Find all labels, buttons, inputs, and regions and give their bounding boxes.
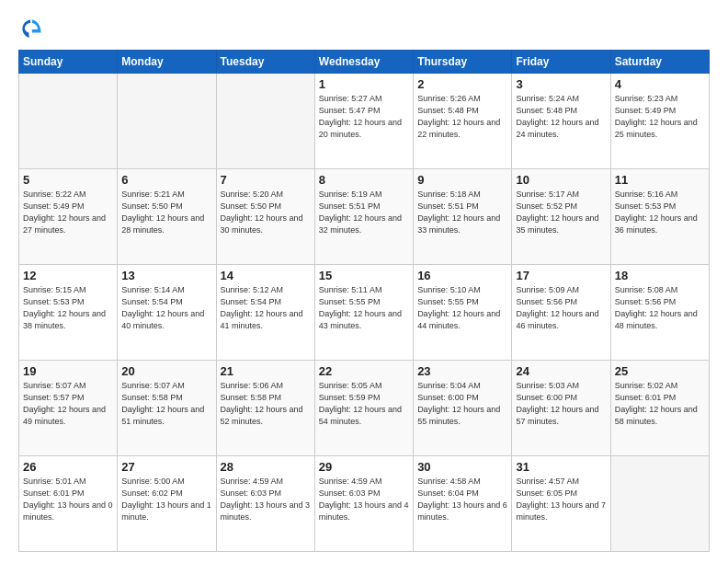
- calendar-cell: 19Sunrise: 5:07 AM Sunset: 5:57 PM Dayli…: [19, 361, 118, 456]
- day-number: 26: [23, 460, 113, 474]
- logo-icon: [18, 17, 44, 42]
- day-info: Sunrise: 5:20 AM Sunset: 5:50 PM Dayligh…: [221, 189, 311, 236]
- day-number: 15: [319, 269, 409, 282]
- day-info: Sunrise: 5:05 AM Sunset: 5:59 PM Dayligh…: [319, 380, 409, 428]
- calendar-cell: 27Sunrise: 5:00 AM Sunset: 6:02 PM Dayli…: [118, 456, 216, 552]
- weekday-header-sunday: Sunday: [19, 51, 118, 74]
- day-info: Sunrise: 5:01 AM Sunset: 6:01 PM Dayligh…: [23, 476, 113, 523]
- calendar-cell: [118, 74, 216, 169]
- calendar-cell: 28Sunrise: 4:59 AM Sunset: 6:03 PM Dayli…: [216, 456, 314, 552]
- calendar-cell: 6Sunrise: 5:21 AM Sunset: 5:50 PM Daylig…: [118, 169, 216, 265]
- page: SundayMondayTuesdayWednesdayThursdayFrid…: [0, 0, 728, 563]
- day-number: 30: [417, 460, 507, 474]
- day-info: Sunrise: 5:08 AM Sunset: 5:56 PM Dayligh…: [615, 284, 705, 332]
- calendar-cell: 20Sunrise: 5:07 AM Sunset: 5:58 PM Dayli…: [118, 361, 216, 456]
- calendar-week-1: 1Sunrise: 5:27 AM Sunset: 5:47 PM Daylig…: [19, 74, 710, 169]
- day-number: 23: [417, 364, 507, 378]
- day-number: 7: [221, 173, 311, 187]
- calendar-cell: 8Sunrise: 5:19 AM Sunset: 5:51 PM Daylig…: [314, 169, 413, 265]
- day-number: 2: [417, 77, 507, 91]
- day-info: Sunrise: 4:57 AM Sunset: 6:05 PM Dayligh…: [516, 476, 606, 523]
- day-number: 14: [221, 269, 311, 282]
- day-number: 21: [221, 364, 311, 378]
- day-number: 27: [121, 460, 211, 474]
- calendar-cell: 1Sunrise: 5:27 AM Sunset: 5:47 PM Daylig…: [314, 74, 413, 169]
- weekday-header-row: SundayMondayTuesdayWednesdayThursdayFrid…: [19, 51, 710, 74]
- day-info: Sunrise: 5:17 AM Sunset: 5:52 PM Dayligh…: [516, 189, 606, 236]
- day-number: 24: [516, 364, 606, 378]
- day-info: Sunrise: 5:07 AM Sunset: 5:58 PM Dayligh…: [121, 380, 211, 428]
- calendar-cell: 14Sunrise: 5:12 AM Sunset: 5:54 PM Dayli…: [216, 265, 314, 361]
- calendar-week-5: 26Sunrise: 5:01 AM Sunset: 6:01 PM Dayli…: [19, 456, 710, 552]
- day-number: 10: [516, 173, 606, 187]
- day-number: 20: [121, 364, 211, 378]
- day-info: Sunrise: 5:26 AM Sunset: 5:48 PM Dayligh…: [417, 93, 507, 141]
- header: [18, 17, 710, 42]
- day-info: Sunrise: 5:16 AM Sunset: 5:53 PM Dayligh…: [615, 189, 705, 236]
- day-info: Sunrise: 5:21 AM Sunset: 5:50 PM Dayligh…: [121, 189, 211, 236]
- day-info: Sunrise: 5:03 AM Sunset: 6:00 PM Dayligh…: [516, 380, 606, 428]
- day-info: Sunrise: 5:11 AM Sunset: 5:55 PM Dayligh…: [319, 284, 409, 332]
- calendar-cell: 13Sunrise: 5:14 AM Sunset: 5:54 PM Dayli…: [118, 265, 216, 361]
- day-info: Sunrise: 5:04 AM Sunset: 6:00 PM Dayligh…: [417, 380, 507, 428]
- calendar-cell: 25Sunrise: 5:02 AM Sunset: 6:01 PM Dayli…: [610, 361, 709, 456]
- day-number: 25: [615, 364, 705, 378]
- calendar-cell: 11Sunrise: 5:16 AM Sunset: 5:53 PM Dayli…: [610, 169, 709, 265]
- weekday-header-monday: Monday: [118, 51, 216, 74]
- day-info: Sunrise: 5:22 AM Sunset: 5:49 PM Dayligh…: [23, 189, 113, 236]
- calendar-week-3: 12Sunrise: 5:15 AM Sunset: 5:53 PM Dayli…: [19, 265, 710, 361]
- calendar-cell: 7Sunrise: 5:20 AM Sunset: 5:50 PM Daylig…: [216, 169, 314, 265]
- calendar-week-2: 5Sunrise: 5:22 AM Sunset: 5:49 PM Daylig…: [19, 169, 710, 265]
- calendar-cell: 21Sunrise: 5:06 AM Sunset: 5:58 PM Dayli…: [216, 361, 314, 456]
- day-number: 22: [319, 364, 409, 378]
- weekday-header-wednesday: Wednesday: [314, 51, 413, 74]
- calendar-cell: 18Sunrise: 5:08 AM Sunset: 5:56 PM Dayli…: [610, 265, 709, 361]
- day-info: Sunrise: 5:15 AM Sunset: 5:53 PM Dayligh…: [23, 284, 113, 332]
- day-number: 17: [516, 269, 606, 282]
- calendar-cell: 24Sunrise: 5:03 AM Sunset: 6:00 PM Dayli…: [512, 361, 610, 456]
- calendar-cell: 12Sunrise: 5:15 AM Sunset: 5:53 PM Dayli…: [19, 265, 118, 361]
- day-info: Sunrise: 5:18 AM Sunset: 5:51 PM Dayligh…: [417, 189, 507, 236]
- calendar-cell: 26Sunrise: 5:01 AM Sunset: 6:01 PM Dayli…: [19, 456, 118, 552]
- calendar-cell: 22Sunrise: 5:05 AM Sunset: 5:59 PM Dayli…: [314, 361, 413, 456]
- calendar-cell: [216, 74, 314, 169]
- calendar-cell: 4Sunrise: 5:23 AM Sunset: 5:49 PM Daylig…: [610, 74, 709, 169]
- calendar-week-4: 19Sunrise: 5:07 AM Sunset: 5:57 PM Dayli…: [19, 361, 710, 456]
- calendar-cell: 23Sunrise: 5:04 AM Sunset: 6:00 PM Dayli…: [414, 361, 512, 456]
- day-info: Sunrise: 5:12 AM Sunset: 5:54 PM Dayligh…: [221, 284, 311, 332]
- day-info: Sunrise: 5:24 AM Sunset: 5:48 PM Dayligh…: [516, 93, 606, 141]
- day-number: 9: [417, 173, 507, 187]
- calendar-cell: [610, 456, 709, 552]
- calendar-cell: 29Sunrise: 4:59 AM Sunset: 6:03 PM Dayli…: [314, 456, 413, 552]
- day-info: Sunrise: 4:59 AM Sunset: 6:03 PM Dayligh…: [319, 476, 409, 523]
- day-info: Sunrise: 4:59 AM Sunset: 6:03 PM Dayligh…: [221, 476, 311, 523]
- weekday-header-tuesday: Tuesday: [216, 51, 314, 74]
- day-info: Sunrise: 5:07 AM Sunset: 5:57 PM Dayligh…: [23, 380, 113, 428]
- calendar-cell: 15Sunrise: 5:11 AM Sunset: 5:55 PM Dayli…: [314, 265, 413, 361]
- calendar-cell: 31Sunrise: 4:57 AM Sunset: 6:05 PM Dayli…: [512, 456, 610, 552]
- day-number: 29: [319, 460, 409, 474]
- day-number: 12: [23, 269, 113, 282]
- calendar-cell: 2Sunrise: 5:26 AM Sunset: 5:48 PM Daylig…: [414, 74, 512, 169]
- day-info: Sunrise: 5:27 AM Sunset: 5:47 PM Dayligh…: [319, 93, 409, 141]
- day-info: Sunrise: 5:14 AM Sunset: 5:54 PM Dayligh…: [121, 284, 211, 332]
- logo: [18, 17, 48, 42]
- day-info: Sunrise: 5:09 AM Sunset: 5:56 PM Dayligh…: [516, 284, 606, 332]
- day-number: 13: [121, 269, 211, 282]
- day-info: Sunrise: 5:06 AM Sunset: 5:58 PM Dayligh…: [221, 380, 311, 428]
- calendar-table: SundayMondayTuesdayWednesdayThursdayFrid…: [18, 50, 710, 552]
- day-number: 11: [615, 173, 705, 187]
- calendar-cell: 16Sunrise: 5:10 AM Sunset: 5:55 PM Dayli…: [414, 265, 512, 361]
- day-number: 3: [516, 77, 606, 91]
- day-info: Sunrise: 4:58 AM Sunset: 6:04 PM Dayligh…: [417, 476, 507, 523]
- day-number: 5: [23, 173, 113, 187]
- day-number: 1: [319, 77, 409, 91]
- day-number: 4: [615, 77, 705, 91]
- day-info: Sunrise: 5:02 AM Sunset: 6:01 PM Dayligh…: [615, 380, 705, 428]
- weekday-header-friday: Friday: [512, 51, 610, 74]
- weekday-header-thursday: Thursday: [414, 51, 512, 74]
- calendar-cell: 17Sunrise: 5:09 AM Sunset: 5:56 PM Dayli…: [512, 265, 610, 361]
- day-number: 16: [417, 269, 507, 282]
- day-number: 8: [319, 173, 409, 187]
- calendar-cell: 3Sunrise: 5:24 AM Sunset: 5:48 PM Daylig…: [512, 74, 610, 169]
